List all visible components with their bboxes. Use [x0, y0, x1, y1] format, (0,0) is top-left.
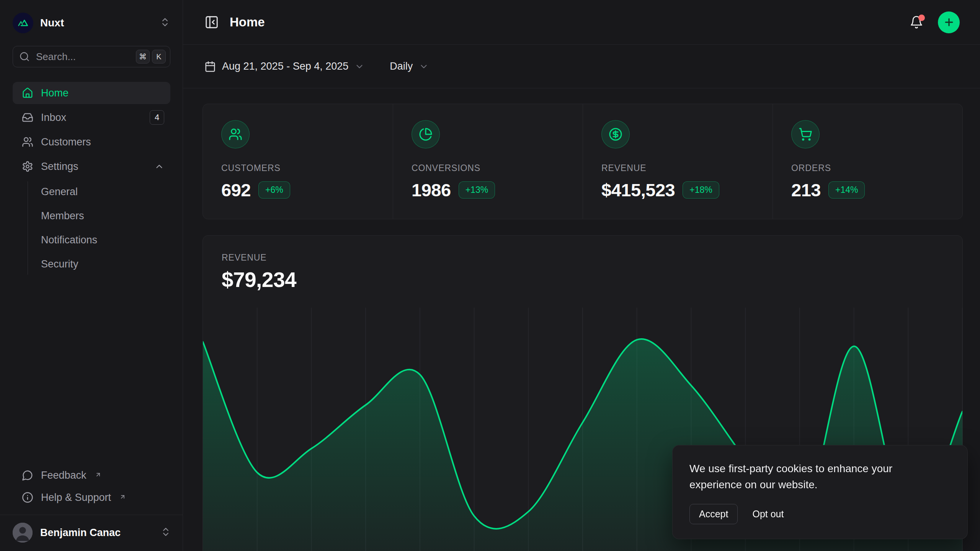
- sidebar-nav: Home Inbox 4 Customers Settings Gen: [0, 82, 183, 279]
- cookie-banner: We use first-party cookies to enhance yo…: [672, 445, 968, 539]
- user-name: Benjamin Canac: [40, 527, 121, 539]
- chevron-down-icon: [354, 62, 364, 72]
- period-select[interactable]: Daily: [390, 60, 429, 72]
- revenue-value: $79,234: [222, 267, 962, 292]
- date-range-label: Aug 21, 2025 - Sep 4, 2025: [222, 60, 348, 72]
- stat-customers: CUSTOMERS 692 +6%: [203, 104, 393, 219]
- stat-delta-badge: +13%: [459, 181, 495, 199]
- panel-left-close-icon: [204, 15, 219, 29]
- sidebar-item-security[interactable]: Security: [13, 252, 170, 276]
- stat-conversions: CONVERSIONS 1986 +13%: [393, 104, 583, 219]
- stat-delta-badge: +6%: [258, 181, 290, 199]
- search-input[interactable]: Search... ⌘ K: [13, 46, 170, 67]
- chart-pie-icon: [419, 127, 433, 141]
- stat-value: $415,523: [601, 179, 675, 201]
- stat-delta-badge: +14%: [828, 181, 865, 199]
- chevrons-up-down-icon: [160, 17, 170, 29]
- help-support-label: Help & Support: [41, 492, 111, 504]
- feedback-link[interactable]: Feedback: [13, 464, 170, 486]
- sidebar-item-settings[interactable]: Settings: [13, 155, 170, 178]
- stat-orders: ORDERS 213 +14%: [773, 104, 962, 219]
- calendar-icon: [204, 61, 216, 72]
- sidebar-item-label: Inbox: [41, 112, 66, 124]
- circle-dollar-icon: [609, 127, 622, 141]
- inbox-icon: [22, 112, 33, 123]
- search-kbds: ⌘ K: [136, 50, 166, 64]
- sidebar-item-label: Home: [41, 87, 69, 99]
- sidebar-item-label: Customers: [41, 136, 91, 148]
- chevron-down-icon: [419, 62, 429, 72]
- stat-label: ORDERS: [791, 163, 944, 173]
- sidebar: Nuxt Search... ⌘ K Home Inb: [0, 0, 183, 551]
- external-link-icon: [119, 491, 126, 503]
- user-menu[interactable]: Benjamin Canac: [0, 515, 183, 551]
- gear-icon: [22, 161, 33, 172]
- house-icon: [22, 87, 33, 99]
- notification-dot: [918, 15, 925, 21]
- sidebar-footer: Feedback Help & Support: [0, 464, 183, 515]
- opt-out-button[interactable]: Opt out: [752, 509, 784, 520]
- sidebar-item-notifications[interactable]: Notifications: [13, 228, 170, 252]
- sidebar-item-customers[interactable]: Customers: [13, 131, 170, 153]
- search-icon: [19, 51, 30, 62]
- shopping-cart-icon: [799, 127, 812, 141]
- topbar: Home: [183, 0, 980, 45]
- k-kbd: K: [152, 50, 166, 64]
- notifications-button[interactable]: [910, 15, 923, 29]
- cookie-message: We use first-party cookies to enhance yo…: [689, 461, 919, 492]
- stat-value: 213: [791, 179, 821, 201]
- sidebar-top: Nuxt Search... ⌘ K: [0, 0, 183, 82]
- add-button[interactable]: [938, 11, 960, 33]
- sidebar-item-label: Settings: [41, 161, 78, 173]
- team-switcher[interactable]: Nuxt: [13, 11, 170, 35]
- filter-toolbar: Aug 21, 2025 - Sep 4, 2025 Daily: [183, 45, 980, 88]
- stat-label: REVENUE: [601, 163, 754, 173]
- sidebar-item-inbox[interactable]: Inbox 4: [13, 106, 170, 129]
- feedback-label: Feedback: [41, 469, 87, 481]
- stat-label: CUSTOMERS: [221, 163, 374, 173]
- settings-sub-list: General Members Notifications Security: [13, 180, 170, 276]
- sidebar-item-home[interactable]: Home: [13, 82, 170, 104]
- revenue-label: REVENUE: [222, 253, 962, 263]
- period-label: Daily: [390, 60, 413, 72]
- avatar: [13, 523, 33, 543]
- nuxt-logo: [13, 13, 33, 33]
- stat-revenue: REVENUE $415,523 +18%: [583, 104, 773, 219]
- sidebar-item-general[interactable]: General: [13, 180, 170, 204]
- users-icon: [229, 127, 242, 141]
- sidebar-item-members[interactable]: Members: [13, 204, 170, 228]
- message-bubble-icon: [22, 469, 33, 481]
- users-icon: [22, 136, 33, 148]
- search-placeholder: Search...: [36, 51, 76, 63]
- date-range-picker[interactable]: Aug 21, 2025 - Sep 4, 2025: [204, 60, 364, 72]
- stat-value: 692: [221, 179, 251, 201]
- page-title: Home: [230, 15, 265, 29]
- external-link-icon: [95, 469, 101, 481]
- team-name: Nuxt: [40, 17, 64, 29]
- command-kbd: ⌘: [136, 50, 150, 64]
- plus-icon: [943, 16, 955, 28]
- inbox-count-badge: 4: [150, 110, 164, 125]
- stat-label: CONVERSIONS: [412, 163, 564, 173]
- indent-guide: [28, 181, 28, 275]
- chevron-up-icon: [154, 161, 164, 171]
- collapse-sidebar-button[interactable]: [204, 15, 219, 29]
- chevrons-up-down-icon: [160, 527, 171, 539]
- accept-button[interactable]: Accept: [689, 504, 738, 524]
- info-icon: [22, 492, 33, 503]
- stats-card: CUSTOMERS 692 +6% CONVERSIONS 1986 +13%: [203, 104, 963, 219]
- help-support-link[interactable]: Help & Support: [13, 486, 170, 509]
- stat-delta-badge: +18%: [683, 181, 719, 199]
- stat-value: 1986: [412, 179, 451, 201]
